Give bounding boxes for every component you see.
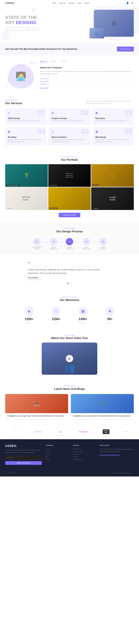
portfolio-item-1[interactable]: 💡 Product Photography [5,164,48,187]
footer-col4-title: Get In Touch [100,444,134,446]
search-icon[interactable]: 🔍 [131,2,134,4]
nav-link-blog[interactable]: Blog [78,2,81,4]
tab-history[interactable]: HISTORY [50,60,56,63]
user-icon[interactable]: 👤 [126,2,129,4]
facebook-icon[interactable]: f [5,472,6,474]
portfolio-item-3[interactable]: 🔆 Gauteng [91,164,134,187]
footer-col2-title: Company [46,444,69,446]
footer-svc-branding[interactable]: Branding [73,456,96,458]
service-desc-1: Nullam quilt diam amet dicam pharetra ul… [8,120,44,122]
footer-link-about[interactable]: About Us [46,451,69,452]
footer-email[interactable]: yourcontact@email.com [100,454,134,456]
about-illustration: 🧑‍💻 [5,60,36,88]
portfolio-image-1: 💡 [5,164,48,187]
footer-email-input[interactable] [5,456,42,460]
process-line-1 [41,242,50,242]
quote-dot-1[interactable] [67,283,68,284]
process-step-label-1: REQUIREMENTANALYSIS [32,246,41,250]
service-title-2: Graphics Design [52,117,87,119]
cta-button[interactable]: LET'S TALK [117,46,134,52]
process-step-label-2: MARKETRESEARCH [50,246,57,250]
footer-subscribe-button[interactable]: REGISTER NOW [5,461,42,465]
process-line-4 [91,242,99,242]
portfolio-image-3: 🔆 [91,164,134,187]
footer-link-blog[interactable]: Blog [46,456,69,458]
portfolio-label-1: Product Photography [6,184,19,186]
footer-grid: CODEO. Ita fecke, vel, Dauern decia pret… [5,444,134,469]
nav-link-about[interactable]: About Us [59,2,65,4]
about-link-privacy[interactable]: SITE PRIVACY [40,78,134,80]
blog-title-1: A Delightful Lemon Grape Flavor That Pai… [7,415,66,417]
copyright-icon[interactable]: © [14,472,16,474]
services-heading-block: OUR SERVICES Our Services [5,100,22,105]
services-section-label: OUR SERVICES [5,100,22,101]
milestone-icon-projects: ◈ [24,306,34,316]
about-illust-icon: 🧑‍💻 [15,71,26,81]
blog-card-2[interactable]: 🌿 A Delightful Lemon Grape Flavor That P… [71,394,134,419]
about-divider3 [40,83,134,83]
about-read-more[interactable]: READ MORE [40,87,48,89]
milestone-icon-clients: ☺ [51,306,61,316]
hero-line2-plain: ART [5,20,16,25]
blogs-section-label: LATEST NEWS [5,385,134,387]
blog-card-1[interactable]: 💻 A Delightful Lemon Grape Flavor That P… [5,394,68,419]
process-step-2: 02 MARKETRESEARCH [50,238,57,250]
hero-description: Curabitur quilt diam amet dicam pharetra… [5,26,45,31]
about-link-disclaimer[interactable]: DISCLAIMER [40,81,134,82]
portfolio-item-5[interactable]: 🪑 Yellow Color [48,187,91,210]
process-step-label-4: RULEPROTOTYPING [82,246,91,250]
tab-our-mission[interactable]: OUR MISSION [59,60,68,63]
service-card-graphics: 02 ◈ 02 Graphics Design Nullam quilt dia… [49,108,90,125]
footer-col-brand: CODEO. Ita fecke, vel, Dauern decia pret… [5,444,42,465]
process-circle-4: 04 [83,238,90,245]
service-desc-5: Erat quis nulla ex tempore aliquam sed v… [52,139,87,143]
process-line-2 [57,242,66,242]
client-logo-6: ◈ ◈ [124,430,127,433]
portfolio-item-4[interactable]: MAGICTYPE Branding [5,187,48,210]
tab-about-us[interactable]: ABOUT US [40,60,47,63]
twitter-icon[interactable]: t [8,472,8,474]
footer-link-contact[interactable]: Contact [46,459,69,460]
about-link-contact[interactable]: CONTACT US [40,84,134,85]
footer-svc-graphics[interactable]: Graphics Design [73,451,96,452]
footer-col-contact: Get In Touch Norem officis Nullam dictum… [100,444,134,465]
blogs-grid: 💻 A Delightful Lemon Grape Flavor That P… [5,394,134,419]
footer-svc-illustration[interactable]: Illustration [73,454,96,455]
services-grid: 01 ◻ 01 UI/UX Design Nullam quilt diam a… [5,108,134,146]
nav-link-home[interactable]: Home [52,2,56,4]
footer-copyright: © 2021 Codeo. All Rights Reserved. [112,472,134,474]
blog-content-1: A Delightful Lemon Grape Flavor That Pai… [5,413,68,419]
hero-blob-bottom [1,30,10,40]
nav-logo[interactable]: CODEO. [5,2,15,4]
video-thumbnail[interactable]: 👥 ▶ [42,342,97,375]
process-step-5: 05 LAUNCHPRODUCT [99,238,107,250]
play-button[interactable]: ▶ [66,355,73,362]
service-title-4: Branding [8,136,44,138]
linkedin-icon[interactable]: in [10,472,12,474]
nav-link-services[interactable]: Services [69,2,75,4]
footer-svc-ux[interactable]: UI/UX Design [73,448,96,450]
video-section: SHORT VIDEO Watch Our Short Video Tour 👥… [0,329,139,380]
footer-subscribe-form [5,456,42,460]
service-number-3: 03 [125,109,133,116]
portfolio-item-6[interactable]: A HARDSHARE Illustration [91,187,134,210]
blog-content-2: A Delightful Lemon Grape Flavor That Pai… [71,413,134,419]
hero-small-image: 👥 [90,28,104,38]
about-divider4 [40,86,134,86]
quote-dot-3[interactable] [71,283,72,284]
nav-link-contact[interactable]: Contact [84,2,90,4]
footer-link-home[interactable]: Home [46,448,69,450]
process-title: Our Design Process [5,230,134,233]
quote-dot-2[interactable] [69,283,70,284]
view-gallery-button[interactable]: VIEW GALLERY [59,213,80,217]
milestone-label-projects: PROJECTS [25,322,33,324]
client-logo-5: BISTRO BAR [103,429,109,434]
milestone-title: Our Minestone [5,298,134,302]
footer-link-services[interactable]: Services [46,454,69,455]
footer-svc-motion[interactable]: Motion Graphics [73,459,96,460]
portfolio-item-2[interactable]: WORDS NOTDEFINITELYNEED DOING Lets & New… [48,164,91,187]
quote-dots [28,283,111,284]
milestone-label-sales: SALES [80,322,86,324]
blog-img-icon-1: 💻 [33,400,40,406]
nav-icons: 👤 🔍 [126,2,134,4]
